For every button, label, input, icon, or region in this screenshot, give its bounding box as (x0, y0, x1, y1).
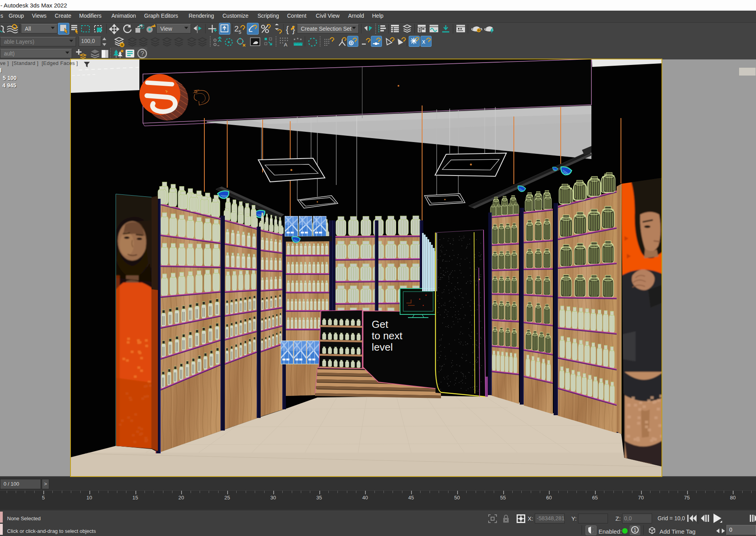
svg-text:A: A (284, 42, 287, 48)
svg-text:Get: Get (372, 318, 389, 330)
svg-text:{: { (286, 24, 289, 34)
svg-text:?: ? (141, 50, 144, 57)
svg-text:to next: to next (372, 330, 403, 342)
svg-text:level: level (372, 341, 393, 353)
svg-text:5: 5 (239, 30, 241, 35)
svg-text:x: x (422, 38, 425, 45)
svg-text:2: 2 (234, 24, 239, 33)
